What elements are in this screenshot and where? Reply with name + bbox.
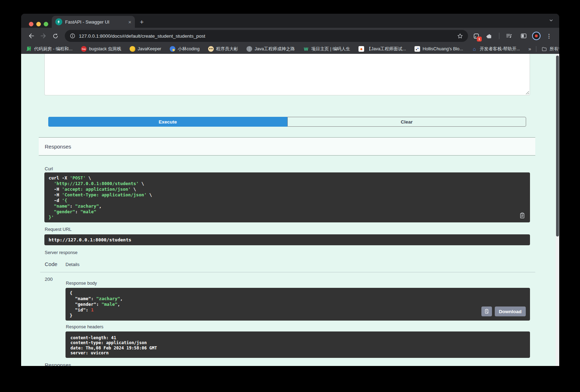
close-tab-icon[interactable]: ×	[128, 19, 131, 25]
curl-code: curl -X 'POST' \ 'http://127.0.0.1:8000/…	[49, 175, 526, 220]
bookmarks-list: 厨代码厨房 - 编程和...bugbugstack 虫洞栈JavaKeeper小…	[26, 46, 520, 52]
forward-icon[interactable]	[39, 31, 48, 40]
scrollbar-thumb[interactable]	[556, 56, 559, 236]
browser-tab[interactable]: FastAPI - Swagger UI ×	[52, 16, 135, 28]
bugstack-favicon-icon: bug	[81, 46, 87, 52]
bookmark-label: 程序员大彬	[216, 46, 238, 52]
interview-favicon-icon: ◆	[358, 46, 364, 52]
toolbar-separator	[499, 33, 499, 39]
bookmark-item[interactable]: bugbugstack 虫洞栈	[81, 46, 121, 52]
bookmarks-separator	[536, 46, 536, 52]
responses-doc-title: Responses	[45, 362, 71, 366]
response-body-code: { "name": "zachary", "gender": "male", "…	[70, 290, 526, 318]
fastapi-favicon-icon	[55, 18, 62, 25]
bookmarks-overflow-chevron[interactable]: »	[529, 46, 531, 52]
status-code: 200	[45, 277, 53, 282]
extension-icon[interactable]: 1	[472, 31, 481, 40]
back-icon[interactable]	[27, 31, 36, 40]
tab-title: FastAPI - Swagger UI	[65, 19, 125, 25]
reload-icon[interactable]	[51, 31, 60, 40]
media-controls-icon[interactable]	[505, 31, 514, 40]
close-window-button[interactable]	[29, 22, 33, 26]
bookmark-label: HollisChuang's Blo...	[423, 46, 463, 51]
bookmark-label: 开发者客栈-帮助开...	[480, 46, 520, 52]
bookmark-item[interactable]: ⌂开发者客栈-帮助开...	[472, 46, 520, 52]
curl-label: Curl	[45, 166, 53, 171]
request-url-value: http://127.0.0.1:8000/students	[49, 237, 131, 242]
bookmark-item[interactable]: W项目主页 | 编码人生	[303, 46, 350, 52]
profile-avatar-dot	[535, 34, 538, 37]
site-info-icon[interactable]	[70, 33, 75, 39]
response-body-label: Response body	[66, 281, 97, 286]
bookmark-item[interactable]: ◆【Java工程师面试...	[358, 46, 406, 52]
profile-avatar[interactable]	[532, 32, 541, 40]
response-headers-label: Response headers	[66, 324, 104, 329]
response-body-block: { "name": "zachary", "gender": "male", "…	[66, 288, 530, 321]
globe-favicon-icon	[247, 46, 252, 52]
bookmark-item[interactable]: HollisChuang's Blo...	[414, 46, 463, 52]
bookmark-item[interactable]: 厨代码厨房 - 编程和...	[26, 46, 73, 52]
menu-kebab-icon[interactable]: ⋮	[544, 31, 554, 40]
bookmark-label: 小林coding	[178, 46, 200, 52]
address-bar[interactable]: 127.0.0.1:8000/docs#/default/create_stud…	[65, 30, 468, 42]
house-favicon-icon: ⌂	[472, 46, 477, 52]
request-url-label: Request URL	[45, 227, 71, 232]
javakeeper-favicon-icon	[130, 46, 135, 52]
extensions-puzzle-icon[interactable]	[485, 31, 494, 40]
copy-curl-icon[interactable]	[519, 212, 526, 219]
url-text[interactable]: 127.0.0.1:8000/docs#/default/create_stud…	[79, 33, 457, 39]
tab-strip: FastAPI - Swagger UI × +	[21, 14, 559, 28]
bookmarks-bar: 厨代码厨房 - 编程和...bugbugstack 虫洞栈JavaKeeper小…	[21, 44, 559, 54]
dabin-favicon-icon	[208, 46, 214, 52]
w-favicon-icon: W	[303, 46, 309, 52]
clear-button[interactable]: Clear	[287, 117, 526, 127]
browser-toolbar: 127.0.0.1:8000/docs#/default/create_stud…	[21, 28, 559, 44]
browser-window: FastAPI - Swagger UI × + 127.0.0.1:8000/…	[21, 14, 559, 366]
new-tab-button[interactable]: +	[140, 19, 144, 25]
code-column-header: Code	[45, 261, 57, 267]
bookmark-item[interactable]: Java工程师成神之路	[247, 46, 295, 52]
tab-search-chevron-icon[interactable]	[549, 18, 554, 23]
window-controls	[29, 22, 48, 26]
download-button[interactable]: Download	[495, 306, 526, 316]
all-bookmarks-button[interactable]: 所有书签	[541, 46, 559, 52]
xiaolin-favicon-icon	[170, 46, 175, 52]
hollis-favicon-icon	[414, 46, 420, 52]
toolbar-right-icons: 1 ⋮	[472, 31, 555, 40]
kitchen-favicon-icon: 厨	[26, 46, 32, 52]
response-headers-code: content-length: 41content-type: applicat…	[70, 335, 525, 355]
server-response-label: Server response	[45, 250, 77, 255]
side-panel-icon[interactable]	[519, 31, 528, 40]
swagger-page: Execute Clear Responses Curl curl -X 'PO…	[21, 54, 559, 366]
bookmark-label: bugstack 虫洞栈	[89, 46, 121, 52]
response-headers-block: content-length: 41content-type: applicat…	[66, 331, 530, 358]
responses-section-header: Responses	[39, 137, 535, 156]
request-body-textarea[interactable]	[44, 54, 530, 95]
copy-response-button[interactable]	[481, 306, 492, 316]
bookmark-item[interactable]: 程序员大彬	[208, 46, 238, 52]
curl-code-block: curl -X 'POST' \ 'http://127.0.0.1:8000/…	[44, 172, 530, 222]
bookmark-label: 代码厨房 - 编程和...	[34, 46, 73, 52]
bookmarks-right: » 所有书签	[529, 46, 559, 52]
extension-badge: 1	[477, 37, 482, 42]
bookmark-item[interactable]: 小林coding	[170, 46, 200, 52]
maximize-window-button[interactable]	[44, 22, 48, 26]
bookmark-label: 【Java工程师面试...	[367, 46, 406, 52]
folder-icon	[541, 46, 547, 52]
execute-button[interactable]: Execute	[48, 117, 287, 127]
bookmark-star-icon[interactable]	[457, 33, 463, 39]
minimize-window-button[interactable]	[36, 22, 41, 26]
bookmark-label: JavaKeeper	[138, 46, 161, 51]
bookmark-label: 项目主页 | 编码人生	[311, 46, 350, 52]
page-scrollbar[interactable]	[556, 54, 559, 366]
response-table-divider	[40, 272, 535, 272]
textarea-resize-grip[interactable]	[525, 90, 529, 94]
bookmark-item[interactable]: JavaKeeper	[130, 46, 161, 52]
all-bookmarks-label: 所有书签	[549, 46, 559, 52]
details-column-header: Details	[66, 262, 80, 267]
request-url-block: http://127.0.0.1:8000/students	[44, 234, 530, 245]
responses-title: Responses	[45, 144, 71, 150]
execute-wrapper: Execute Clear	[48, 117, 526, 127]
bookmark-label: Java工程师成神之路	[255, 46, 295, 52]
